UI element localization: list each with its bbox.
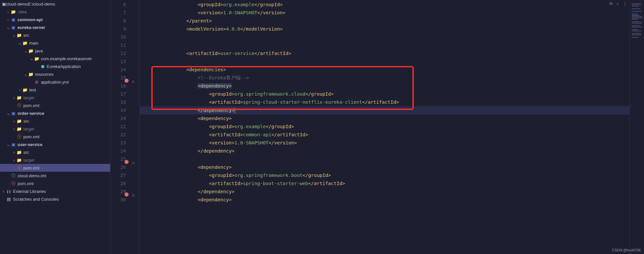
tree-item-common-api[interactable]: › ▣ common-api (0, 16, 110, 23)
fold-icon[interactable]: ⊟ (132, 80, 136, 84)
tree-item-scratches[interactable]: ▤ Scratches and Consoles (0, 195, 110, 203)
module-icon: ▣ (10, 25, 16, 30)
code-line[interactable]: <artifactId>common-api</artifactId> (140, 131, 629, 139)
tree-item-idea[interactable]: › 📁 .idea (0, 8, 110, 16)
editor-top-actions: ⟲ ✓ ⋮ (609, 1, 627, 6)
project-root[interactable]: ▣ cloud-demo E:\cloud-demo (0, 0, 110, 8)
code-editor[interactable]: 6789101112131415161718192021222324252627… (110, 0, 644, 254)
tree-item-pom-selected[interactable]: ⓥ pom.xml (0, 164, 110, 172)
tree-item-order-service[interactable]: ⌄ ▣ order-service (0, 109, 110, 117)
fold-icon[interactable]: ⊟ (132, 194, 136, 197)
test-folder-icon: 📁 (22, 87, 28, 92)
tree-item-user-service[interactable]: ⌄ ▣ user-service (0, 140, 110, 148)
code-line[interactable] (140, 33, 629, 41)
yaml-icon: ⚙ (34, 80, 40, 85)
code-line[interactable]: <dependencies> (140, 66, 629, 74)
target-folder-icon: 📁 (16, 127, 22, 131)
code-line[interactable]: <!--Eureka客户端--> (140, 74, 629, 82)
chevron-down-icon: ⌄ (23, 48, 28, 53)
tree-item-iml[interactable]: ⓘ cloud-demo.iml (0, 172, 110, 180)
watermark: CSDN @hrui0706 (612, 248, 641, 252)
code-line[interactable]: <groupId>org.springframework.cloud</grou… (140, 90, 629, 98)
code-line[interactable]: <artifactId>spring-cloud-starter-netflix… (140, 98, 629, 106)
tree-item-eureka-app[interactable]: ⬢ EurekaApplication (0, 62, 110, 70)
gutter-hint-icon[interactable]: ⬤ (124, 159, 129, 164)
code-line[interactable]: <groupId>org.springframework.boot</group… (140, 171, 629, 180)
fold-icon[interactable]: ⊟ (132, 161, 136, 165)
tree-item-pom[interactable]: ⓥ pom.xml (0, 101, 110, 109)
code-line[interactable]: <dependency> (140, 163, 629, 171)
tree-label: Scratches and Consoles (13, 197, 59, 202)
tree-label: common-api (18, 17, 43, 22)
spring-icon: ⬢ (40, 64, 45, 69)
reader-mode-icon[interactable]: ⟲ (609, 1, 612, 6)
gutter-hint-icon[interactable]: ⬤ (124, 78, 129, 83)
chevron-right-icon: › (1, 189, 6, 194)
chevron-down-icon: ⌄ (6, 25, 10, 30)
code-line[interactable]: </dependency> (140, 147, 629, 155)
tree-label: resources (35, 72, 54, 77)
tree-item-application-yml[interactable]: ⚙ application.yml (0, 78, 110, 86)
tree-label: src (23, 33, 29, 38)
code-line[interactable]: <version>1.0-SNAPSHOT</version> (140, 139, 629, 147)
tree-item-java[interactable]: ⌄ 📁 java (0, 47, 110, 55)
chevron-down-icon: ⌄ (29, 56, 34, 61)
tree-item-eureka-server[interactable]: ⌄ ▣ eureka-server (0, 23, 110, 31)
tree-item-src[interactable]: › 📁 src (0, 148, 110, 156)
code-line[interactable]: <groupId>org.example</groupId> (140, 1, 629, 9)
tree-item-target[interactable]: › 📁 target (0, 94, 110, 101)
tree-item-package[interactable]: ⌄ 📁 com.example.eurekaserver (0, 55, 110, 62)
chevron-right-icon: › (12, 158, 16, 163)
code-line[interactable]: </dependency> (140, 188, 629, 196)
code-line[interactable]: <artifactId>spring-boot-starter-web</art… (140, 180, 629, 188)
code-line[interactable] (140, 58, 629, 66)
code-line[interactable] (140, 155, 629, 163)
gutter-annotations: ⬤ ⊟ ⬤ ⊟ ⬤ ⊟ (130, 0, 140, 254)
code-line[interactable]: </parent> (140, 17, 629, 25)
resources-folder-icon: 📁 (28, 72, 34, 77)
code-line[interactable]: </dependency> (140, 106, 629, 114)
tree-item-src[interactable]: ⌄ 📁 src (0, 31, 110, 39)
tree-item-test[interactable]: › 📁 test (0, 86, 110, 94)
tree-label: eureka-server (18, 25, 45, 30)
tree-item-pom[interactable]: ⓥ pom.xml (0, 133, 110, 140)
source-folder-icon: 📁 (28, 48, 34, 53)
tree-label: src (23, 150, 29, 155)
tree-item-pom-root[interactable]: ⓥ pom.xml (0, 180, 110, 187)
chevron-right-icon: › (6, 9, 10, 14)
code-line[interactable]: <dependency> (140, 82, 629, 90)
tree-item-target[interactable]: › 📁 target (0, 125, 110, 133)
code-line[interactable]: <groupId>org.example</groupId> (140, 123, 629, 131)
more-actions-icon[interactable]: ⋮ (623, 1, 627, 6)
project-name: cloud-demo (6, 2, 28, 7)
code-line[interactable] (140, 41, 629, 49)
code-line[interactable]: <artifactId>user-service</artifactId> (140, 49, 629, 58)
gutter-hint-icon[interactable]: ⬤ (124, 192, 129, 196)
chevron-down-icon: ⌄ (23, 72, 28, 77)
scratches-icon: ▤ (6, 197, 12, 202)
tree-item-resources[interactable]: ⌄ 📁 resources (0, 70, 110, 78)
code-line[interactable]: <version>1.0-SNAPSHOT</version> (140, 9, 629, 17)
code-area[interactable]: <groupId>org.example</groupId> <version>… (140, 0, 629, 254)
tree-label: user-service (18, 142, 43, 147)
minimap[interactable] (629, 0, 644, 254)
code-line[interactable]: <dependency> (140, 114, 629, 123)
tree-label: EurekaApplication (47, 64, 81, 69)
tree-item-target[interactable]: › 📁 target (0, 156, 110, 164)
code-line[interactable]: <modelVersion>4.0.0</modelVersion> (140, 25, 629, 33)
inspection-icon[interactable]: ✓ (616, 1, 619, 6)
target-folder-icon: 📁 (16, 95, 22, 100)
tree-item-main[interactable]: ⌄ 📁 main (0, 39, 110, 47)
code-line[interactable]: <dependency> (140, 196, 629, 204)
chevron-right-icon: › (12, 119, 16, 124)
module-icon: ▣ (10, 17, 16, 22)
tree-label: pom.xml (23, 134, 39, 139)
tree-label: target (23, 127, 34, 131)
tree-label: application.yml (41, 80, 69, 85)
tree-item-external-libs[interactable]: › ⫿⫿ External Libraries (0, 187, 110, 195)
project-path: E:\cloud-demo (28, 2, 55, 7)
tree-label: target (23, 95, 34, 100)
project-tree[interactable]: ▣ cloud-demo E:\cloud-demo › 📁 .idea › ▣… (0, 0, 110, 254)
maven-icon: ⓥ (16, 134, 22, 140)
tree-item-src[interactable]: › 📁 src (0, 117, 110, 125)
